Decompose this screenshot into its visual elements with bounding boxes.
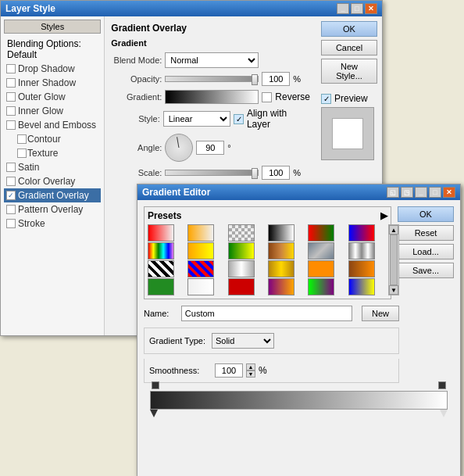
preset-item-19[interactable] [187,278,214,295]
ge-resize2-btn[interactable]: ◳ [401,187,413,198]
angle-input[interactable] [196,141,224,155]
sidebar-item-satin[interactable]: Satin [4,160,101,174]
ge-save-button[interactable]: Save... [398,263,454,278]
stop-square-right [438,381,446,389]
name-input[interactable] [181,306,352,321]
drop-shadow-checkbox[interactable] [6,64,16,73]
preset-item-21[interactable] [268,278,294,295]
preset-item-3[interactable] [268,224,294,242]
scroll-down-arrow[interactable]: ▼ [389,285,398,295]
ge-ok-button[interactable]: OK [398,206,454,222]
scale-slider[interactable] [165,170,259,176]
ge-titlebar: Gradient Editor ◱ ◳ _ □ ✕ [137,184,460,200]
sidebar-item-contour[interactable]: Contour [4,132,101,146]
new-style-button[interactable]: New Style... [321,59,377,84]
color-stop-right[interactable] [440,410,448,419]
sidebar-item-texture[interactable]: Texture [4,146,101,160]
ge-title: Gradient Editor [142,187,210,198]
preset-item-22[interactable] [308,278,334,295]
bevel-emboss-checkbox[interactable] [6,120,16,130]
opacity-thumb[interactable] [252,74,258,85]
style-select[interactable]: Linear [163,111,231,127]
blend-mode-select[interactable]: Normal [165,52,259,68]
sidebar-item-inner-shadow[interactable]: Inner Shadow [4,76,101,90]
preview-checkbox[interactable]: ✓ [321,94,331,104]
preset-item-14[interactable] [228,260,255,277]
sidebar-item-pattern-overlay[interactable]: Pattern Overlay [4,202,101,217]
outer-glow-checkbox[interactable] [6,92,16,102]
inner-glow-checkbox[interactable] [6,106,16,116]
sidebar-item-color-overlay[interactable]: Color Overlay [4,174,101,188]
opacity-stop-left[interactable] [152,381,159,391]
preset-item-2[interactable] [228,224,255,242]
preset-item-9[interactable] [268,242,294,259]
contour-checkbox[interactable] [17,134,27,144]
preset-item-10[interactable] [308,242,334,259]
scroll-up-arrow[interactable]: ▲ [389,225,398,234]
sidebar-item-bevel-emboss[interactable]: Bevel and Emboss [4,118,101,132]
satin-checkbox[interactable] [6,163,16,172]
color-overlay-checkbox[interactable] [6,177,16,186]
stroke-checkbox[interactable] [6,219,16,228]
opacity-slider[interactable] [165,76,259,82]
ge-maximize-btn[interactable]: □ [429,187,441,198]
stepper-down[interactable]: ▼ [246,370,255,378]
sidebar-item-stroke[interactable]: Stroke [4,217,101,231]
reverse-checkbox[interactable] [262,92,272,102]
gradient-type-select[interactable]: Solid [212,333,274,349]
dial-indicator [177,137,179,148]
sidebar-item-gradient-overlay[interactable]: ✓ Gradient Overlay [4,188,101,202]
preset-item-6[interactable] [148,242,174,259]
preset-item-23[interactable] [348,278,375,295]
preset-item-20[interactable] [228,278,255,295]
texture-checkbox[interactable] [17,149,27,158]
ge-resize1-btn[interactable]: ◱ [387,187,399,198]
scale-thumb[interactable] [252,168,258,179]
smoothness-stepper[interactable]: ▲ ▼ [246,363,255,378]
smoothness-input[interactable] [215,363,243,378]
presets-scrollbar[interactable]: ▲ ▼ [388,224,399,295]
preset-item-7[interactable] [187,242,214,259]
angle-dial[interactable] [165,134,193,162]
sidebar-item-outer-glow[interactable]: Outer Glow [4,90,101,104]
scale-input[interactable] [262,166,290,180]
preset-item-11[interactable] [348,242,375,259]
sidebar-item-blending-options[interactable]: Blending Options: Default [4,37,101,62]
gradient-bar[interactable] [150,391,448,410]
sidebar-item-inner-glow[interactable]: Inner Glow [4,104,101,118]
maximize-btn[interactable]: □ [351,3,363,14]
preset-item-15[interactable] [268,260,294,277]
presets-expand-icon[interactable]: ▶ [380,210,387,221]
preset-item-4[interactable] [308,224,334,242]
preset-item-8[interactable] [228,242,255,259]
ge-close-btn[interactable]: ✕ [443,187,455,198]
preset-item-0[interactable] [148,224,174,242]
align-layer-checkbox[interactable]: ✓ [234,114,244,124]
inner-shadow-checkbox[interactable] [6,78,16,88]
ok-button[interactable]: OK [321,21,377,37]
opacity-input[interactable] [262,72,290,86]
preset-item-5[interactable] [348,224,375,242]
minimize-btn[interactable]: _ [337,3,349,14]
preset-item-16[interactable] [308,260,334,277]
ge-minimize-btn[interactable]: _ [415,187,427,198]
presets-grid-container: ▲ ▼ [148,224,387,295]
scroll-thumb[interactable] [390,234,398,285]
color-stop-left[interactable] [150,410,158,419]
gradient-preview[interactable] [165,90,259,104]
sidebar-item-drop-shadow[interactable]: Drop Shadow [4,62,101,76]
ge-load-button[interactable]: Load... [398,244,454,259]
preset-item-1[interactable] [187,224,214,242]
opacity-stop-right[interactable] [438,381,446,391]
preset-item-13[interactable] [187,260,214,277]
ge-reset-button[interactable]: Reset [398,225,454,241]
close-btn[interactable]: ✕ [365,3,377,14]
cancel-button[interactable]: Cancel [321,40,377,55]
preset-item-12[interactable] [148,260,174,277]
stepper-up[interactable]: ▲ [246,363,255,370]
pattern-overlay-checkbox[interactable] [6,205,16,214]
ge-new-button[interactable]: New [362,306,399,321]
preset-item-18[interactable] [148,278,174,295]
preset-item-17[interactable] [348,260,375,277]
gradient-overlay-checkbox[interactable]: ✓ [6,191,16,200]
